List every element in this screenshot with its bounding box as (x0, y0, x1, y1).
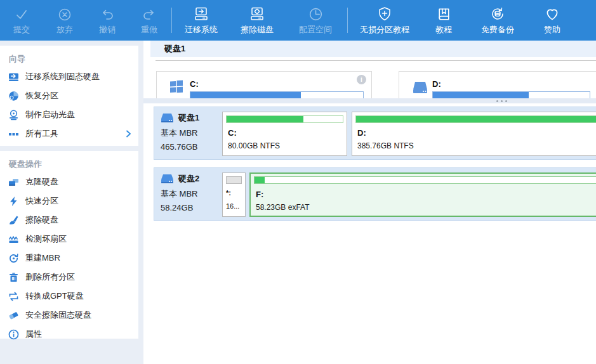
partition-usage-fill (356, 116, 596, 122)
partition-tutorial-button[interactable]: 无损分区教程 (349, 0, 420, 41)
sidebar-item-delete-all-partitions[interactable]: 删除所有分区 (0, 268, 138, 287)
drive-letter: D: (432, 79, 441, 89)
undo-button[interactable]: 撤销 (86, 0, 128, 41)
disk-map: 硬盘1 基本 MBR 465.76GB C: 80.00GB NTFS D: 3… (143, 103, 596, 364)
disk-icon (161, 113, 174, 124)
sidebar-section-wizards: 向导 迁移系统到固态硬盘 恢复分区 制作启动光盘 所有工具 (0, 46, 138, 146)
redo-button[interactable]: 重做 (128, 0, 170, 41)
partition-unlabeled[interactable]: *: 16... (222, 172, 246, 217)
disk-row-1[interactable]: 硬盘1 基本 MBR 465.76GB C: 80.00GB NTFS D: 3… (154, 107, 596, 160)
cancel-circle-icon (57, 6, 72, 22)
sidebar-item-label: 属性 (25, 328, 42, 340)
sidebar-item-label: 恢复分区 (25, 90, 58, 101)
ellipsis-icon (8, 129, 19, 140)
sidebar-item-label: 转换成GPT硬盘 (25, 290, 84, 302)
tutorial-label: 教程 (435, 24, 452, 36)
apply-button[interactable]: 提交 (0, 0, 43, 41)
partition-d[interactable]: D: 385.76GB NTFS (352, 112, 596, 156)
drive-usage-bar (432, 91, 590, 98)
disk-size: 58.24GB (161, 203, 222, 212)
partition-letter: F: (256, 190, 263, 199)
partition-c[interactable]: C: 80.00GB NTFS (222, 112, 347, 156)
sidebar-item-rebuild-mbr[interactable]: 重建MBR (0, 249, 138, 268)
free-backup-label: 免费备份 (481, 24, 514, 36)
disk-name: 硬盘1 (178, 112, 199, 124)
partition-info: 58.23GB exFAT (256, 203, 310, 212)
disk-eraser-icon (249, 6, 265, 22)
undo-icon (100, 6, 115, 22)
donate-button[interactable]: 赞助 (528, 0, 576, 41)
sidebar-item-convert-to-gpt[interactable]: 转换成GPT硬盘 (0, 287, 138, 306)
allocate-space-label: 配置空间 (299, 24, 332, 36)
drive-card-c[interactable]: C: i (156, 71, 372, 98)
sidebar-item-label: 所有工具 (25, 128, 58, 140)
sidebar-section-title: 硬盘操作 (0, 151, 138, 172)
partition-usage-bar (226, 176, 242, 184)
drive-usage-fill (190, 92, 301, 98)
sidebar-item-migrate-os-to-ssd[interactable]: 迁移系统到固态硬盘 (0, 67, 138, 86)
wipe-disk-button[interactable]: 擦除磁盘 (229, 0, 285, 41)
partition-info: 385.76GB NTFS (357, 141, 414, 150)
drive-card-d[interactable]: D: (399, 71, 596, 98)
info-badge-icon[interactable]: i (357, 75, 366, 84)
migrate-os-label: 迁移系统 (185, 24, 218, 36)
splitter-handle-icon (496, 100, 507, 102)
partition-f-selected[interactable]: F: 58.23GB exFAT (249, 172, 596, 217)
partition-tutorial-label: 无损分区教程 (360, 24, 409, 36)
redo-icon (142, 6, 157, 22)
disk-label[interactable]: 硬盘2 基本 MBR 58.24GB (161, 173, 222, 212)
sidebar-item-make-boot-disc[interactable]: 制作启动光盘 (0, 105, 138, 124)
partition-letter: D: (357, 128, 366, 138)
sidebar-item-clone-disk[interactable]: 克隆硬盘 (0, 172, 138, 192)
partition-usage-fill (227, 116, 303, 122)
sidebar-item-label: 删除所有分区 (25, 271, 75, 283)
heart-icon (544, 6, 560, 22)
sidebar-item-label: 重建MBR (25, 252, 60, 264)
main-area: 硬盘1 C: i D: (143, 41, 596, 364)
sidebar-item-check-bad-sectors[interactable]: 检测坏扇区 (0, 230, 138, 249)
sidebar-item-label: 快速分区 (25, 195, 58, 207)
drive-usage-fill (433, 92, 529, 98)
sidebar-item-label: 克隆硬盘 (25, 176, 58, 188)
bad-sector-wave-icon (8, 234, 19, 245)
partition-info: 80.00GB NTFS (228, 141, 280, 150)
discard-label: 放弃 (56, 24, 73, 36)
toolbar: 提交 放弃 撤销 重做 迁移系统 擦除磁盘 配置空间 (0, 0, 596, 41)
discard-button[interactable]: 放弃 (43, 0, 86, 41)
disk-size: 465.76GB (161, 142, 222, 152)
database-sync-icon (489, 6, 506, 22)
panel-splitter[interactable] (143, 98, 596, 103)
trash-icon (8, 272, 19, 283)
toolbar-separator (171, 8, 172, 33)
drive-letter: C: (190, 79, 199, 89)
check-icon (14, 6, 29, 22)
sidebar-item-quick-partition[interactable]: 快速分区 (0, 192, 138, 211)
disk-type: 基本 MBR (161, 127, 222, 139)
eraser-icon (8, 310, 19, 321)
drive-overview-panel: C: i D: (143, 61, 596, 98)
tab-disk1[interactable]: 硬盘1 (150, 41, 204, 57)
disk-row-2[interactable]: 硬盘2 基本 MBR 58.24GB *: 16... F: 58.23GB e… (154, 167, 596, 221)
sidebar-item-label: 擦除硬盘 (25, 214, 58, 226)
free-backup-button[interactable]: 免费备份 (467, 0, 528, 41)
tutorial-button[interactable]: 教程 (420, 0, 467, 41)
sidebar-item-recover-partition[interactable]: 恢复分区 (0, 86, 138, 105)
book-icon (436, 6, 452, 22)
clock-icon (308, 6, 324, 22)
allocate-space-button[interactable]: 配置空间 (285, 0, 346, 41)
rebuild-refresh-icon (8, 253, 19, 264)
sidebar-item-label: 迁移系统到固态硬盘 (25, 71, 100, 82)
sidebar-section-title: 向导 (0, 46, 138, 67)
migrate-os-button[interactable]: 迁移系统 (173, 0, 229, 41)
sidebar-item-properties[interactable]: 属性 (0, 325, 138, 344)
sidebar-item-secure-erase-ssd[interactable]: 安全擦除固态硬盘 (0, 306, 138, 325)
shield-plus-icon (376, 6, 393, 22)
sidebar-item-all-tools[interactable]: 所有工具 (0, 124, 138, 143)
disk-type: 基本 MBR (161, 188, 222, 200)
info-icon (8, 329, 19, 340)
windows-logo-icon (169, 80, 183, 94)
tab-bar: 硬盘1 (150, 41, 596, 57)
disk-label[interactable]: 硬盘1 基本 MBR 465.76GB (161, 112, 222, 152)
sidebar-item-wipe-disk[interactable]: 擦除硬盘 (0, 211, 138, 230)
sidebar-item-label: 检测坏扇区 (25, 233, 67, 245)
